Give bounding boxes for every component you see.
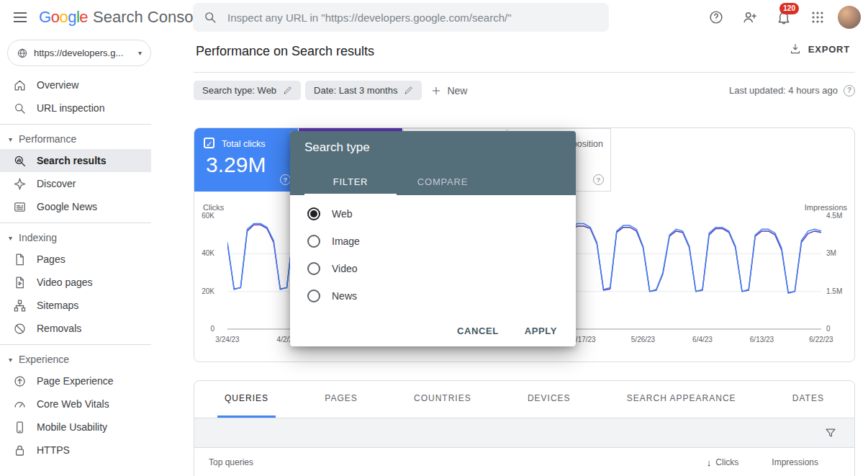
sidebar-item-core-web-vitals[interactable]: Core Web Vitals [0, 392, 151, 416]
metric-help-icon[interactable]: ? [593, 174, 604, 185]
sidebar-item-overview[interactable]: Overview [0, 73, 151, 96]
x-axis-tick: 6/22/23 [798, 336, 844, 343]
option-label: News [332, 290, 357, 302]
filter-controls: Search type: WebDate: Last 3 months New … [194, 81, 855, 100]
last-updated-text: Last updated: 4 hours ago [729, 85, 838, 96]
sidebar-item-pages[interactable]: Pages [0, 248, 151, 271]
radio-selected-icon[interactable] [307, 207, 320, 220]
tab-search-appearance[interactable]: SEARCH APPEARANCE [620, 381, 743, 418]
sidebar-item-label: Page Experience [37, 375, 114, 387]
filter-icon[interactable] [824, 426, 837, 439]
download-icon [789, 42, 802, 55]
dialog-options: WebImageVideoNews [290, 195, 576, 310]
sidebar-item-https[interactable]: HTTPS [0, 439, 151, 462]
radio-unselected-icon[interactable] [307, 289, 320, 302]
search-type-option-news[interactable]: News [290, 282, 576, 310]
y-axis-tick-right: 4.5M [826, 212, 855, 220]
dialog-tab-compare[interactable]: COMPARE [397, 169, 489, 195]
search-type-option-web[interactable]: Web [290, 200, 576, 228]
metric-card-value: 3.29M [206, 153, 266, 177]
sidebar-item-video-pages[interactable]: Video pages [0, 271, 151, 294]
notifications-bell-icon[interactable]: 120 [770, 3, 797, 32]
sidebar-item-page-experience[interactable]: Page Experience [0, 369, 151, 392]
hamburger-menu-icon[interactable] [6, 3, 35, 32]
new-filter-button[interactable]: New [430, 85, 467, 96]
filter-chip-label: Date: Last 3 months [314, 85, 397, 96]
sidebar-group-performance[interactable]: ▾Performance [0, 129, 151, 149]
filter-chip-search-type[interactable]: Search type: Web [194, 81, 301, 100]
tab-dates[interactable]: DATES [785, 381, 831, 418]
edit-icon [404, 86, 413, 95]
dialog-title: Search type [304, 140, 370, 155]
sidebar-item-sitemaps[interactable]: Sitemaps [0, 294, 151, 317]
mobile-icon [12, 419, 27, 435]
sidebar-item-discover[interactable]: Discover [0, 172, 151, 195]
sidebar-item-google-news[interactable]: Google News [0, 195, 151, 218]
url-inspect-searchbox[interactable] [193, 3, 609, 32]
google-logo-text: Google [39, 8, 88, 27]
dialog-tab-filter[interactable]: FILTER [304, 169, 397, 195]
sitemap-icon [12, 297, 27, 313]
sidebar-item-label: Pages [37, 253, 65, 265]
sidebar-item-label: Removals [37, 323, 81, 334]
filter-chip-date-range[interactable]: Date: Last 3 months [305, 81, 422, 100]
tab-countries[interactable]: COUNTRIES [407, 381, 479, 418]
sidebar-item-mobile-usability[interactable]: Mobile Usability [0, 416, 151, 439]
sidebar-item-search-results[interactable]: Search results [0, 149, 151, 172]
plus-icon [430, 85, 442, 96]
metric-help-icon[interactable]: ? [280, 174, 291, 185]
sidebar-group-label: Experience [19, 354, 69, 365]
news-icon [12, 199, 27, 215]
radio-unselected-icon[interactable] [307, 235, 320, 248]
sidebar-item-label: Search results [37, 155, 107, 166]
column-impressions[interactable]: Impressions [772, 457, 818, 467]
sidebar-item-url-inspection[interactable]: URL inspection [0, 96, 151, 120]
checkbox-checked-icon[interactable]: ✓ [204, 138, 214, 148]
metric-card-total-clicks[interactable]: ✓Total clicks3.29M? [194, 128, 298, 192]
y-axis-tick-right: 3M [826, 249, 855, 257]
dialog-footer: CANCEL APPLY [290, 315, 576, 346]
search-type-option-video[interactable]: Video [290, 255, 576, 282]
export-button[interactable]: EXPORT [789, 42, 850, 55]
y-axis-tick-right: 1.5M [826, 287, 855, 295]
help-icon[interactable] [702, 3, 730, 32]
sort-descending-icon: ↓ [707, 457, 712, 468]
dialog-tabs: FILTERCOMPARE [304, 169, 489, 195]
search-icon [12, 100, 27, 116]
y-axis-tick-left: 0 [194, 325, 214, 333]
last-updated-help-icon[interactable]: ? [844, 85, 855, 96]
last-updated: Last updated: 4 hours ago ? [729, 85, 855, 96]
apply-button[interactable]: APPLY [525, 325, 557, 336]
option-label: Video [332, 263, 358, 274]
option-label: Image [332, 235, 360, 247]
home-icon [12, 77, 27, 93]
removals-icon [12, 320, 27, 336]
avatar[interactable] [838, 6, 861, 29]
user-add-icon[interactable] [736, 3, 764, 32]
sidebar-group-label: Performance [19, 133, 76, 145]
chevron-down-icon: ▾ [138, 49, 142, 57]
table-filter-row [194, 418, 854, 448]
search-type-option-image[interactable]: Image [290, 228, 576, 255]
tab-queries[interactable]: QUERIES [217, 381, 276, 418]
sidebar-item-removals[interactable]: Removals [0, 317, 151, 340]
radio-unselected-icon[interactable] [307, 262, 320, 275]
sidebar-group-indexing[interactable]: ▾Indexing [0, 228, 151, 248]
column-clicks[interactable]: ↓ Clicks [707, 457, 739, 468]
sidebar-item-label: URL inspection [37, 102, 104, 114]
performance-icon [12, 153, 27, 169]
collapse-caret-icon: ▾ [9, 356, 12, 364]
x-axis-tick: 6/4/23 [679, 336, 725, 343]
sidebar-group-experience[interactable]: ▾Experience [0, 349, 151, 369]
apps-grid-icon[interactable] [804, 3, 831, 32]
tab-pages[interactable]: PAGES [317, 381, 364, 418]
search-input[interactable] [226, 11, 599, 24]
sidebar-item-label: Overview [37, 79, 78, 91]
property-selector[interactable]: https://developers.g... ▾ [7, 40, 151, 66]
cancel-button[interactable]: CANCEL [457, 325, 499, 336]
y-axis-tick-right: 0 [826, 325, 855, 333]
y-axis-tick-left: 20K [194, 287, 214, 295]
sidebar-item-label: Core Web Vitals [37, 398, 109, 410]
property-selector-value: https://developers.g... [34, 48, 132, 58]
tab-devices[interactable]: DEVICES [520, 381, 578, 418]
